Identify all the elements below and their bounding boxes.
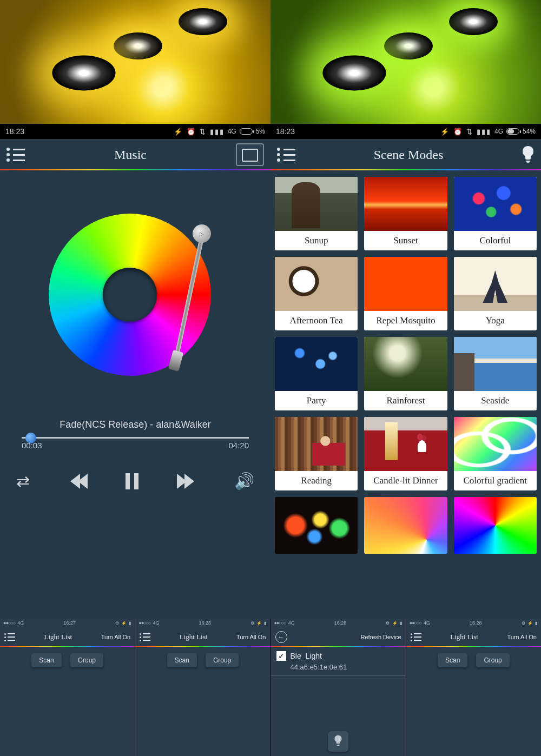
scene-reading[interactable]: Reading [275,417,358,490]
status-bar: ●●○○○4G16:28⚙ ⚡ ▮ [135,619,270,627]
scan-button[interactable]: Scan [167,653,197,667]
device-name: Ble_Light [291,652,322,660]
status-time: 18:23 [276,127,440,136]
status-bar: ●●○○○4G16:28⚙ ⚡ ▮ [406,619,541,627]
menu-icon[interactable] [4,633,15,641]
mini-screen-1: ●●○○○4G16:27⚙ ⚡ ▮ Light List Turn All On… [0,619,135,756]
scene-rainforest[interactable]: Rainforest [364,337,447,410]
status-bar: 18:23 ⚡ ⏰ ⇅ ▮▮▮ 4G 54% [270,124,541,139]
battery-percent: 54% [523,128,536,135]
next-button[interactable] [179,474,194,489]
group-button[interactable]: Group [70,653,103,667]
scene-colorful-gradient[interactable]: Colorful gradient [454,417,537,490]
track-title: Fade(NCS Release) - alan&Walker [60,419,210,430]
product-photo-green [270,0,541,124]
status-bar: ●●○○○4G16:27⚙ ⚡ ▮ [0,619,135,627]
alarm-icon: ⏰ [187,128,196,136]
data-icon: ⇅ [466,128,473,136]
back-button[interactable]: ← [275,631,287,643]
status-bar: ●●○○○4G16:28⚙ ⚡ ▮ [271,619,406,627]
product-photo-row [0,0,541,124]
product-photo-yellow [0,0,270,124]
refresh-device-button[interactable]: Refresh Device [361,634,401,640]
scenes-screen: 18:23 ⚡ ⏰ ⇅ ▮▮▮ 4G 54% Scene Modes [270,124,541,619]
music-header: Music [0,139,270,170]
scenes-header: Scene Modes [270,139,541,170]
group-button[interactable]: Group [476,653,509,667]
battery-icon [506,128,519,135]
page-title: Light List [15,633,101,641]
scene-partial-2[interactable] [364,497,447,554]
network-label: 4G [228,128,236,135]
scan-button[interactable]: Scan [438,653,467,667]
volume-icon[interactable]: 🔊 [234,472,254,490]
scene-colorful[interactable]: Colorful [454,177,537,250]
alarm-icon: ⏰ [453,128,463,136]
scene-afternoon-tea[interactable]: Afternoon Tea [275,257,358,330]
color-disc[interactable] [49,214,222,387]
scene-yoga[interactable]: Yoga [454,257,537,330]
scene-candle-lit-dinner[interactable]: Candle-lit Dinner [364,417,447,490]
page-title: Scene Modes [295,148,522,162]
device-row[interactable]: ✓ Ble_Light 44:a6:e5:1e:0e:61 [271,647,406,676]
scene-sunset[interactable]: Sunset [364,177,447,250]
turn-all-on-button[interactable]: Turn All On [236,634,266,640]
group-button[interactable]: Group [206,653,239,667]
folder-button[interactable] [236,143,264,166]
page-title: Light List [421,633,507,641]
scene-partial-1[interactable] [275,497,358,554]
mini-screen-2: ●●○○○4G16:28⚙ ⚡ ▮ Light List Turn All On… [135,619,270,756]
menu-icon[interactable] [277,148,295,162]
page-title: Music [25,148,236,162]
progress-slider[interactable] [22,437,249,439]
battery-percent: 5% [256,128,265,135]
turn-all-on-button[interactable]: Turn All On [507,634,537,640]
device-mac: 44:a6:e5:1e:0e:61 [291,663,400,671]
mini-screen-4: ●●○○○4G16:28⚙ ⚡ ▮ Light List Turn All On… [406,619,541,756]
pause-button[interactable] [126,473,138,489]
bulb-button[interactable] [328,731,348,752]
time-total: 04:20 [228,441,249,450]
menu-icon[interactable] [6,148,25,162]
scene-party[interactable]: Party [275,337,358,410]
battery-icon [240,128,253,135]
turn-all-on-button[interactable]: Turn All On [101,634,131,640]
status-bar: 18:23 ⚡ ⏰ ⇅ ▮▮▮ 4G 5% [0,124,270,139]
menu-icon[interactable] [411,633,421,641]
bluetooth-icon: ⚡ [174,128,183,136]
scene-partial-3[interactable] [454,497,537,554]
network-label: 4G [494,128,503,135]
data-icon: ⇅ [200,128,207,136]
scene-sunup[interactable]: Sunup [275,177,358,250]
device-checkbox[interactable]: ✓ [276,651,286,661]
scan-button[interactable]: Scan [31,653,61,667]
page-title: Light List [150,633,236,641]
shuffle-icon[interactable]: ⇄ [16,472,30,490]
status-time: 18:23 [5,127,174,136]
mini-screen-3: ●●○○○4G16:28⚙ ⚡ ▮ ← Refresh Device ✓ Ble… [271,619,406,756]
previous-button[interactable] [70,474,85,489]
signal-icon: ▮▮▮ [210,128,225,136]
scene-repel-mosquito[interactable]: Repel Mosquito [364,257,447,330]
bulb-icon[interactable] [522,146,535,163]
bluetooth-icon: ⚡ [440,128,450,136]
music-screen: 18:23 ⚡ ⏰ ⇅ ▮▮▮ 4G 5% Music [0,124,270,619]
menu-icon[interactable] [140,633,150,641]
scene-seaside[interactable]: Seaside [454,337,537,410]
signal-icon: ▮▮▮ [477,128,491,136]
